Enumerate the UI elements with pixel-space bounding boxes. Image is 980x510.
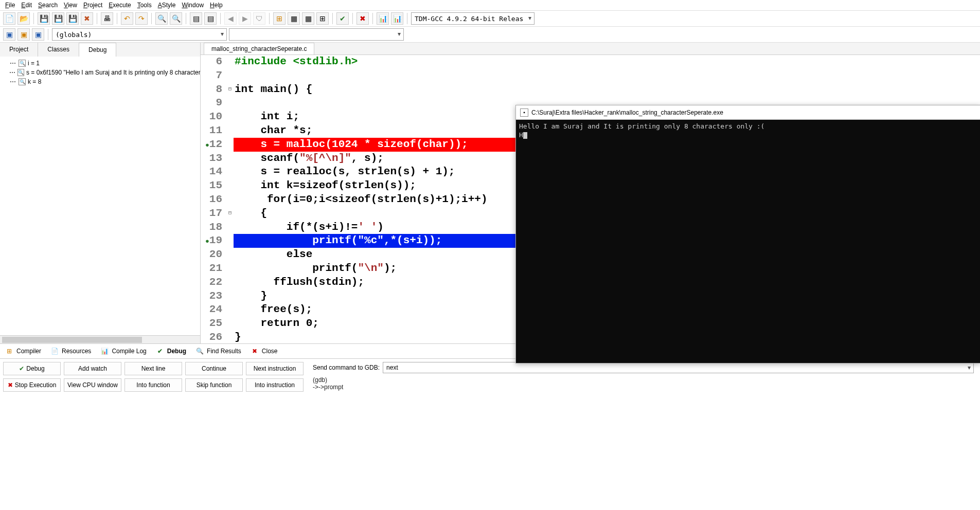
left-tabs: ProjectClassesDebug: [0, 43, 200, 57]
scope-select[interactable]: [52, 28, 227, 41]
bottom-tab-find-results[interactable]: 🔍Find Results: [195, 347, 241, 355]
console-window[interactable]: ▪ C:\Suraj\Extra files\Hacker_rank\mallo…: [515, 105, 980, 363]
left-panel: ProjectClassesDebug ⋯🔍i = 1⋯🔍s = 0x6f159…: [0, 43, 201, 343]
watch-text: k = 8: [28, 78, 41, 85]
dbg-btn-stop-execution[interactable]: ✖Stop Execution: [3, 378, 61, 392]
stop execution-icon: ✖: [8, 381, 13, 389]
dbg-btn-next-instruction[interactable]: Next instruction: [246, 362, 304, 375]
shield-icon[interactable]: 🛡: [253, 12, 265, 25]
menu-view[interactable]: View: [64, 2, 77, 9]
gdb-area: Send command to GDB: (gdb)->->prompt: [307, 359, 980, 395]
dbg-btn-into-function[interactable]: Into function: [124, 378, 182, 392]
watch-text: i = 1: [28, 60, 40, 67]
tree-node-icon: ⋯: [9, 60, 16, 67]
gdb-output: (gdb)->->prompt: [313, 376, 974, 391]
horizontal-scrollbar[interactable]: [0, 335, 200, 343]
left-tab-debug[interactable]: Debug: [79, 43, 116, 57]
menu-bar: FileEditSearchViewProjectExecuteToolsASt…: [0, 0, 980, 11]
dbg-btn-continue[interactable]: Continue: [185, 362, 243, 375]
line-gutter: 67891011●12131415161718●1920212223242526…: [201, 55, 226, 343]
debug-icon: ✔: [19, 365, 24, 372]
dbg-btn-view-cpu-window[interactable]: View CPU window: [64, 378, 121, 392]
debug-buttons: ✔DebugAdd watchNext lineContinueNext ins…: [0, 359, 307, 395]
compile-run-icon[interactable]: ▦: [302, 12, 314, 25]
menu-file[interactable]: File: [5, 2, 15, 9]
profile-icon[interactable]: 📊: [377, 12, 389, 25]
left-tab-classes[interactable]: Classes: [38, 43, 79, 57]
goto-icon[interactable]: ▤: [190, 12, 202, 25]
gdb-input[interactable]: [383, 362, 974, 373]
console-app-icon: ▪: [520, 108, 528, 117]
watch-tree[interactable]: ⋯🔍i = 1⋯🔍s = 0x6f1590 "Hello I am Suraj …: [0, 57, 200, 335]
magnifier-icon: 🔍: [17, 69, 24, 76]
redo-icon[interactable]: ↷: [135, 12, 148, 25]
compile-icon[interactable]: ⊞: [273, 12, 286, 25]
bottom-tab-resources[interactable]: 📄Resources: [50, 347, 91, 355]
compile log-icon: 📊: [100, 347, 109, 355]
compiler-icon: ⊞: [5, 347, 13, 355]
menu-search[interactable]: Search: [38, 2, 58, 9]
dbg-btn-add-watch[interactable]: Add watch: [64, 362, 121, 375]
find results-icon: 🔍: [195, 347, 204, 355]
dbg-btn-skip-function[interactable]: Skip function: [185, 378, 243, 392]
replace-icon[interactable]: 🔍: [170, 12, 182, 25]
save-icon[interactable]: 💾: [38, 12, 50, 25]
dbg-btn-into-instruction[interactable]: Into instruction: [246, 378, 304, 392]
toggle-icon[interactable]: ▣: [32, 28, 44, 41]
scope-toolbar: ▣ ▣ ▣: [0, 27, 980, 43]
bottom-tab-compile-log[interactable]: 📊Compile Log: [100, 347, 146, 355]
compiler-select[interactable]: [411, 12, 534, 25]
tree-node-icon: ⋯: [9, 78, 16, 85]
menu-help[interactable]: Help: [210, 2, 223, 9]
close-file-icon[interactable]: ✖: [81, 12, 93, 25]
file-tab[interactable]: malloc_string_characterSeperate.c: [204, 43, 314, 54]
nav-back-icon[interactable]: ◀: [224, 12, 237, 25]
bookmark-icon[interactable]: ▤: [204, 12, 217, 25]
menu-tools[interactable]: Tools: [137, 2, 152, 9]
magnifier-icon: 🔍: [19, 78, 26, 85]
watch-item[interactable]: ⋯🔍s = 0x6f1590 "Hello I am Suraj and It …: [2, 68, 198, 77]
new-file-icon[interactable]: 📄: [3, 12, 15, 25]
save-as-icon[interactable]: 💾: [66, 12, 79, 25]
close-icon: ✖: [251, 347, 259, 355]
file-tabs: malloc_string_characterSeperate.c: [201, 43, 980, 55]
menu-execute[interactable]: Execute: [109, 2, 131, 9]
find-icon[interactable]: 🔍: [155, 12, 168, 25]
new-class-icon[interactable]: ▣: [3, 28, 15, 41]
console-titlebar[interactable]: ▪ C:\Suraj\Extra files\Hacker_rank\mallo…: [516, 105, 980, 120]
insert-icon[interactable]: ▣: [17, 28, 30, 41]
function-select[interactable]: [229, 28, 404, 41]
stop-icon[interactable]: ✖: [357, 12, 369, 25]
menu-astyle[interactable]: AStyle: [158, 2, 176, 9]
tree-node-icon: ⋯: [9, 69, 15, 76]
save-all-icon[interactable]: 💾: [52, 12, 64, 25]
main-toolbar: 📄 📂 💾 💾 💾 ✖ 🖶 ↶ ↷ 🔍 🔍 ▤ ▤ ◀ ▶ 🛡 ⊞ ▦ ▦ ⊞ …: [0, 11, 980, 27]
delete-profile-icon[interactable]: 📊: [391, 12, 403, 25]
watch-item[interactable]: ⋯🔍k = 8: [2, 77, 198, 86]
menu-edit[interactable]: Edit: [21, 2, 32, 9]
resources-icon: 📄: [50, 347, 59, 355]
print-icon[interactable]: 🖶: [101, 12, 113, 25]
rebuild-icon[interactable]: ⊞: [316, 12, 329, 25]
run-icon[interactable]: ▦: [288, 12, 300, 25]
undo-icon[interactable]: ↶: [121, 12, 133, 25]
dbg-btn-next-line[interactable]: Next line: [124, 362, 182, 375]
watch-text: s = 0x6f1590 "Hello I am Suraj and It is…: [26, 69, 200, 76]
debug-icon: ✔: [156, 347, 164, 355]
menu-project[interactable]: Project: [83, 2, 102, 9]
menu-window[interactable]: Window: [182, 2, 204, 9]
watch-item[interactable]: ⋯🔍i = 1: [2, 59, 198, 68]
open-file-icon[interactable]: 📂: [17, 12, 30, 25]
gdb-label: Send command to GDB:: [313, 364, 380, 371]
debug-check-icon[interactable]: ✔: [336, 12, 349, 25]
fold-column[interactable]: ⊟⊟: [226, 55, 234, 343]
magnifier-icon: 🔍: [19, 60, 26, 67]
console-title-text: C:\Suraj\Extra files\Hacker_rank\malloc_…: [531, 109, 723, 116]
dbg-btn-debug[interactable]: ✔Debug: [3, 362, 61, 375]
bottom-tab-close[interactable]: ✖Close: [251, 347, 278, 355]
bottom-tab-debug[interactable]: ✔Debug: [156, 347, 186, 355]
bottom-tab-compiler[interactable]: ⊞Compiler: [5, 347, 41, 355]
nav-fwd-icon[interactable]: ▶: [239, 12, 251, 25]
left-tab-project[interactable]: Project: [0, 43, 38, 57]
console-output: Hello I am Suraj and It is printing only…: [516, 120, 980, 141]
